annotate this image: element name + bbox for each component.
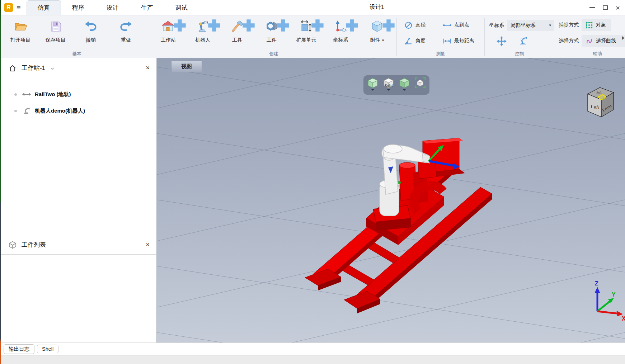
ribbon-group-measure: 直径 点到点 角度 最短距离 测量 xyxy=(397,15,484,58)
group-label-assist: 辅助 xyxy=(554,51,625,57)
shaded-mode-button[interactable] xyxy=(398,77,411,91)
measure-angle-button[interactable]: 角度 xyxy=(404,37,440,46)
tab-debug[interactable]: 调试 xyxy=(164,1,199,15)
app-logo[interactable]: R xyxy=(4,3,13,12)
create-workpiece-label: 工件 xyxy=(267,37,277,43)
create-tool-button[interactable]: 工具 xyxy=(220,15,254,43)
view-cube[interactable]: Left Front Top xyxy=(582,84,616,118)
titlebar: R ≡ 仿真 程序 设计 生产 调试 设计1 × xyxy=(0,0,625,15)
chevron-down-icon[interactable] xyxy=(50,65,55,71)
shortest-distance-icon xyxy=(443,37,452,46)
coordsys-selector-label: 坐标系 xyxy=(489,22,504,29)
shell-tab[interactable]: Shell xyxy=(37,345,58,353)
diameter-label: 直径 xyxy=(415,22,426,28)
plus-badge-icon xyxy=(381,18,386,23)
viewport-tab[interactable]: 视图 xyxy=(171,61,202,72)
tab-simulation[interactable]: 仿真 xyxy=(27,0,61,15)
measure-point-to-point-button[interactable]: 点到点 xyxy=(443,21,469,30)
chevron-down-icon xyxy=(403,89,406,91)
open-project-button[interactable]: 打开项目 xyxy=(3,15,38,43)
viewport-3d[interactable]: 视图 Solid xyxy=(157,58,625,342)
menu-tab-bar: 仿真 程序 设计 生产 调试 xyxy=(27,0,199,15)
ribbon-group-control: 坐标系 局部坐标系 ▾ 控制 xyxy=(485,15,554,58)
axis-z-label: Z xyxy=(595,280,598,287)
robot-control-icon xyxy=(518,36,528,46)
create-coordsys-label: 坐标系 xyxy=(333,37,348,43)
scene-canvas[interactable] xyxy=(157,58,625,342)
home-icon xyxy=(9,65,17,72)
measure-shortest-distance-button[interactable]: 最短距离 xyxy=(443,37,474,46)
save-project-label: 保存项目 xyxy=(46,37,66,43)
ribbon: 打开项目 保存项目 撤销 xyxy=(0,15,625,58)
group-label-basic: 基本 xyxy=(3,51,151,57)
redo-button[interactable]: 重做 xyxy=(108,15,144,43)
parts-list-close-button[interactable]: × xyxy=(146,241,150,249)
redo-icon xyxy=(118,19,134,35)
snap-grid-icon xyxy=(585,21,593,29)
app-window: R ≡ 仿真 程序 设计 生产 调试 设计1 × 打开项目 xyxy=(0,0,625,364)
undo-button[interactable]: 撤销 xyxy=(73,15,108,43)
group-label-control: 控制 xyxy=(485,51,554,57)
tree-item-railtwo[interactable]: RailTwo (地轨) xyxy=(0,86,156,103)
measure-diameter-button[interactable]: 直径 xyxy=(404,21,440,30)
hex-nut-icon xyxy=(264,19,279,35)
axis-y-label: Y xyxy=(612,292,616,298)
minimize-button[interactable] xyxy=(589,7,595,8)
tree-bullet xyxy=(14,110,17,112)
display-mode-toolbar: Solid xyxy=(363,75,429,95)
wireframe-mode-button[interactable] xyxy=(366,77,379,91)
zoom-fit-button[interactable] xyxy=(414,77,427,89)
curve-icon xyxy=(585,37,593,45)
point-to-point-icon xyxy=(443,21,452,30)
solid-mode-button[interactable]: Solid xyxy=(382,77,395,91)
hamburger-menu-icon[interactable]: ≡ xyxy=(17,4,21,11)
plus-badge-icon xyxy=(310,18,315,23)
move-arrows-icon xyxy=(496,36,507,47)
plus-badge-icon xyxy=(173,18,178,23)
create-coordsys-button[interactable]: 坐标系 xyxy=(323,15,358,43)
output-log-tab[interactable]: 输出日志 xyxy=(4,344,34,354)
window-controls: × xyxy=(589,0,620,15)
close-button[interactable]: × xyxy=(616,4,620,11)
extension-unit-icon xyxy=(298,19,314,35)
zoom-fit-icon xyxy=(414,77,426,89)
floppy-icon xyxy=(48,19,64,35)
create-robot-button[interactable]: 机器人 xyxy=(185,15,220,43)
select-curve-button[interactable]: 选择曲线 xyxy=(582,35,625,47)
create-extension-unit-button[interactable]: 扩展单元 xyxy=(289,15,323,43)
maximize-button[interactable] xyxy=(603,5,608,10)
move-control-button[interactable] xyxy=(495,36,508,47)
scene-tree: RailTwo (地轨) 机器人demo(机器人) xyxy=(0,78,156,119)
create-workpiece-button[interactable]: 工件 xyxy=(254,15,289,43)
workstation-panel-close-button[interactable]: × xyxy=(146,64,150,72)
workstation-panel-header: 工作站-1 × xyxy=(0,58,156,78)
robot-icon xyxy=(21,107,32,114)
cube-outline-icon xyxy=(9,241,17,249)
chevron-down-icon xyxy=(387,89,390,91)
axis-x-label: X xyxy=(622,316,625,322)
tree-item-robot-demo[interactable]: 机器人demo(机器人) xyxy=(0,103,156,119)
parts-list-panel-header: 工件列表 × xyxy=(0,235,156,255)
tree-item-label: RailTwo (地轨) xyxy=(35,91,71,98)
create-attachment-button[interactable]: 附件▾ xyxy=(358,15,396,43)
create-workstation-button[interactable]: 工作站 xyxy=(151,15,185,43)
ribbon-group-create: 工作站 机器人 工具 xyxy=(151,15,396,58)
coordsys-dropdown[interactable]: 局部坐标系 ▾ xyxy=(507,20,554,31)
ribbon-overflow-arrow[interactable] xyxy=(622,36,624,40)
tab-design[interactable]: 设计 xyxy=(95,1,130,15)
workstation-panel-title: 工作站-1 xyxy=(22,64,45,72)
plus-badge-icon xyxy=(241,18,246,23)
tab-production[interactable]: 生产 xyxy=(130,1,164,15)
left-panel: 工作站-1 × RailTwo (地轨) xyxy=(0,58,157,342)
robot-jog-button[interactable] xyxy=(517,36,529,47)
tab-program[interactable]: 程序 xyxy=(61,1,95,15)
view-cube-left-label[interactable]: Left xyxy=(591,104,600,110)
group-label-create: 创建 xyxy=(151,51,396,57)
main-area: 工作站-1 × RailTwo (地轨) xyxy=(0,58,625,342)
bottom-tab-bar: 输出日志 Shell xyxy=(0,342,625,355)
save-project-button[interactable]: 保存项目 xyxy=(38,15,73,43)
chevron-down-icon[interactable]: ▾ xyxy=(382,38,384,42)
document-title: 设计1 xyxy=(370,4,384,11)
snap-object-button[interactable]: 对象 xyxy=(582,19,611,31)
snap-mode-label: 捕捉方式 xyxy=(559,22,579,28)
